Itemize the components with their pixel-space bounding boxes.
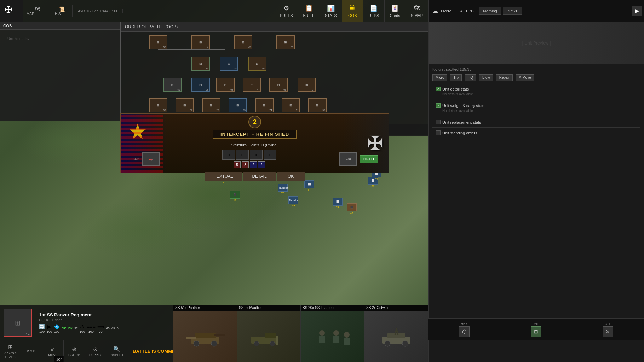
mini-button[interactable]: 0 MINI <box>21 340 42 362</box>
micro-button[interactable]: Micro <box>432 74 447 81</box>
oob-unit[interactable]: ⊟ 65 <box>248 57 266 71</box>
textual-button[interactable]: TEXTUAL <box>205 172 242 181</box>
trp-button[interactable]: Trp <box>450 74 462 81</box>
unit-thumb-icon: ⊞ <box>15 319 21 327</box>
battle-units-row: 0 AP 🚗 ⊞ ⊟ ⊞ ⊟ 5 3 2 2 1ss 57 <box>121 148 389 170</box>
game-logo <box>0 0 23 22</box>
unit-controls: Micro Trp HQ Blow Repair A-Move <box>432 74 640 81</box>
card-infanterie[interactable]: SS 20x SS Infanterie <box>301 305 364 362</box>
oob-unit[interactable]: ⊟ 68 <box>216 78 235 92</box>
oob-unit[interactable]: ⊞ 57 <box>298 78 316 92</box>
map-unit[interactable]: Thunder79 <box>278 184 288 192</box>
oob-unit[interactable]: ⊟ 57 <box>176 98 194 112</box>
unit-weight-checkbox[interactable]: ✓ Unit weight & carry stats <box>436 103 637 108</box>
ok-button[interactable]: OK <box>277 172 305 181</box>
card-maultier[interactable]: SS 9x Maultier <box>237 305 301 362</box>
checkbox-replacement[interactable] <box>436 120 441 124</box>
group-icon: ⊕ <box>72 346 76 352</box>
amove-button[interactable]: A-Move <box>516 74 534 81</box>
group-button[interactable]: ⊕ GROUP <box>64 340 85 362</box>
tab-stats[interactable]: 📊 STATS <box>320 0 342 22</box>
svg-rect-1 <box>195 333 216 338</box>
map-unit[interactable]: Thunder79 <box>288 196 298 204</box>
detail-button[interactable]: DETAIL <box>243 172 276 181</box>
oob-unit[interactable]: ⊟ 99 <box>149 98 167 112</box>
checkbox-detail[interactable]: ✓ <box>436 87 441 91</box>
map-unit[interactable]: ⬛17 <box>347 203 357 211</box>
checkbox-weight[interactable]: ✓ <box>436 103 441 108</box>
battle-dice: 5 3 2 2 <box>234 161 265 168</box>
card-panther-image <box>173 311 237 362</box>
temp-icon: 🌡 <box>459 9 463 13</box>
stat-100b: ≡≡≡ 100 <box>87 324 96 333</box>
svg-rect-10 <box>276 336 278 345</box>
battle-ap: 0 AP <box>132 157 139 161</box>
svg-point-11 <box>319 330 325 336</box>
card-infanterie-image <box>301 311 364 362</box>
time-period: Morning <box>479 7 501 15</box>
map-tab[interactable]: 🗺 MAP <box>23 5 51 17</box>
oob-unit[interactable]: ⊟ 4 <box>191 35 210 49</box>
svg-rect-16 <box>344 338 350 345</box>
unit-ctrl-label: UNIT <box>532 322 540 326</box>
repair-button[interactable]: Repair <box>496 74 513 81</box>
oob-unit[interactable]: ⊟ 58 <box>191 78 210 92</box>
oob-unit[interactable]: ⊟ 13 <box>191 57 210 71</box>
tab-brief[interactable]: 📋 BRIEF <box>298 0 320 22</box>
tab-reps[interactable]: 📄 REPS <box>363 0 385 22</box>
hq-button[interactable]: HQ <box>465 74 476 81</box>
cards-icon: 🃏 <box>391 4 399 12</box>
stat-65: 65 <box>106 327 110 330</box>
blow-button[interactable]: Blow <box>479 74 493 81</box>
unit-replacement-checkbox[interactable]: Unit replacement stats <box>436 120 637 124</box>
oob-unit[interactable]: ⊟ 74 <box>255 98 274 112</box>
map-unit[interactable]: ⬜37 <box>333 198 343 206</box>
hex-icon[interactable]: ⬡ <box>459 326 470 337</box>
svg-point-9 <box>270 341 275 346</box>
tab-oob[interactable]: 🏛 OOB <box>342 0 363 22</box>
card-maultier-image <box>237 311 300 362</box>
his-tab[interactable]: 📜 HIS <box>51 5 73 17</box>
oob-unit[interactable]: ⊟ 25 <box>229 98 247 112</box>
checkbox-standing[interactable] <box>436 130 441 135</box>
supply-button[interactable]: ⊙ SUPPLY <box>85 340 106 362</box>
stat-icon-1: 🔄 <box>39 324 45 329</box>
tab-cards[interactable]: 🃏 Cards <box>385 0 406 22</box>
oob-unit[interactable]: ⊟ 45 <box>234 35 252 49</box>
unit-detail-checkbox[interactable]: ✓ Unit detail stats <box>436 87 637 91</box>
inspect-button[interactable]: 🔍 INSPECT <box>106 340 127 362</box>
stat-move: ▶ 100 <box>47 324 52 333</box>
card-panther[interactable]: SS 51x Panther <box>173 305 237 362</box>
off-icon[interactable]: ✕ <box>603 326 613 337</box>
iron-cross-logo <box>4 4 18 18</box>
held-badge: HELD <box>360 155 378 163</box>
oob-header: OOB <box>0 22 120 30</box>
unit-standing-orders-section: Unit standing orders <box>432 128 640 138</box>
oob-unit[interactable]: ⊞ 58 <box>149 35 167 49</box>
oob-unit[interactable]: ⊞ 25 <box>202 98 220 112</box>
oob-tab[interactable]: OOB <box>3 24 12 28</box>
tab-prefs[interactable]: ⚙ PREFS <box>275 0 298 22</box>
svg-point-3 <box>211 341 217 346</box>
oob-unit[interactable]: ⊞ 46 <box>163 78 182 92</box>
brief-icon: 📋 <box>305 4 313 12</box>
unit-ctrl-icon[interactable]: ⊞ <box>531 326 541 337</box>
unit-standing-orders-checkbox[interactable]: Unit standing orders <box>436 130 637 135</box>
oob-unit[interactable]: ⊞ 47 <box>243 78 261 92</box>
stack-shown-button[interactable]: ⊞ SHOWN STACK <box>0 340 21 362</box>
tab-smap[interactable]: 🗺 S MAP <box>406 0 428 22</box>
svg-point-8 <box>254 341 259 346</box>
stat-49: 49 <box>111 327 115 330</box>
nav-arrow[interactable]: ▶ <box>632 6 642 16</box>
oob-unit[interactable]: ⊞ 58 <box>220 57 238 71</box>
unit-thumbnail[interactable]: ⊞ 1ss 57 <box>4 309 32 337</box>
oob-unit[interactable]: ⊟ 99 <box>308 98 327 112</box>
oob-unit[interactable]: ⊟ 69 <box>269 78 288 92</box>
connector-line <box>225 49 225 57</box>
map-unit[interactable]: ⬛17 <box>230 191 240 199</box>
stat-ok1: OK <box>62 327 66 330</box>
svg-rect-7 <box>265 333 276 338</box>
oob-unit[interactable]: ⊞ 31 <box>282 98 300 112</box>
oob-unit[interactable]: ⊞ 69 <box>276 35 295 49</box>
card-ostwind[interactable]: SS 2x Ostwind <box>364 305 428 362</box>
